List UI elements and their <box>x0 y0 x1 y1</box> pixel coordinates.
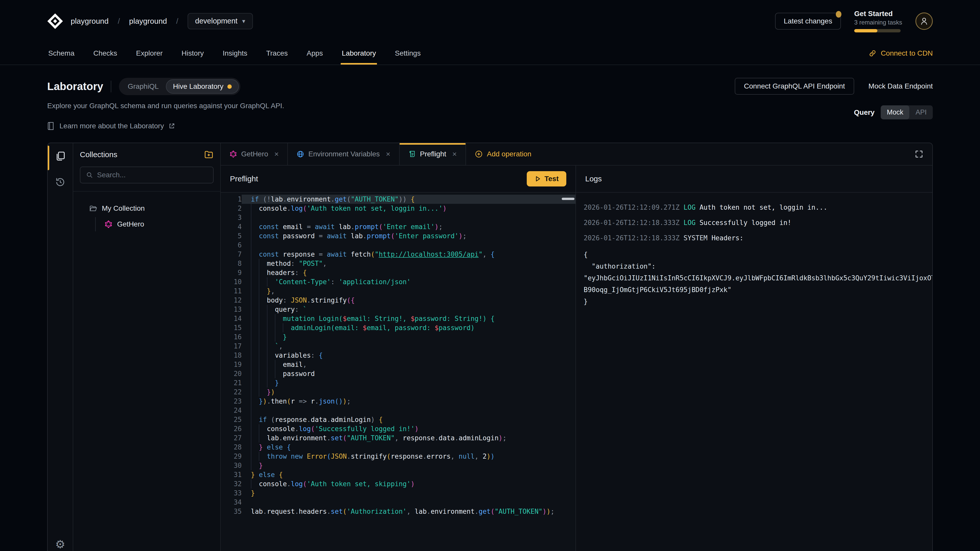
log-json-line: "authorization": <box>584 260 932 272</box>
nav-tab-explorer[interactable]: Explorer <box>135 42 164 65</box>
tab-gethero[interactable]: GetHero × <box>221 143 288 165</box>
code-line[interactable]: 8 method: "POST", <box>221 259 576 268</box>
add-operation-button[interactable]: Add operation <box>466 143 540 165</box>
logs-panel: Logs 2026-01-26T12:12:09.271Z LOG Auth t… <box>576 165 932 551</box>
nav-tab-settings[interactable]: Settings <box>394 42 422 65</box>
nav-tab-history[interactable]: History <box>180 42 205 65</box>
mode-option-mock[interactable]: Mock <box>881 105 910 119</box>
code-editor[interactable]: 1if (!lab.environment.get("AUTH_TOKEN"))… <box>221 192 576 551</box>
mode-option-api[interactable]: API <box>909 105 933 119</box>
toggle-hive-laboratory[interactable]: Hive Laboratory <box>166 79 239 94</box>
indent-guide <box>259 323 259 332</box>
close-tab-icon[interactable]: × <box>274 150 279 159</box>
latest-changes-label: Latest changes <box>784 17 832 25</box>
code-line[interactable]: 25 if (response.data.adminLogin) { <box>221 415 576 424</box>
toggle-hive-label: Hive Laboratory <box>173 83 224 91</box>
indent-guide <box>275 323 275 332</box>
code-line[interactable]: 2 console.log('Auth token not set, loggi… <box>221 204 576 213</box>
line-number: 32 <box>221 479 242 489</box>
code-line[interactable]: 11 }, <box>221 286 576 295</box>
collection-folder-my-collection[interactable]: My Collection <box>80 201 213 216</box>
new-collection-button[interactable] <box>204 150 213 159</box>
code-line[interactable]: 29 throw new Error(JSON.stringify(respon… <box>221 452 576 461</box>
test-button[interactable]: Test <box>527 171 566 186</box>
code-line[interactable]: 30 } <box>221 461 576 470</box>
nav-tab-apps[interactable]: Apps <box>306 42 324 65</box>
user-avatar[interactable] <box>915 13 933 30</box>
mock-data-endpoint-button[interactable]: Mock Data Endpoint <box>869 82 933 90</box>
collections-search-input[interactable] <box>97 171 207 179</box>
collections-rail-button[interactable] <box>55 151 65 162</box>
nav-tab-schema[interactable]: Schema <box>47 42 76 65</box>
line-number: 13 <box>221 305 242 314</box>
code-line[interactable]: 35lab.request.headers.set('Authorization… <box>221 507 576 516</box>
code-line[interactable]: 10 'Content-Type': 'application/json' <box>221 277 576 286</box>
code-line[interactable]: 5 const password = await lab.prompt('Ent… <box>221 231 576 241</box>
fullscreen-button[interactable] <box>906 143 932 165</box>
editor-scrollbar-thumb[interactable] <box>562 198 574 200</box>
line-number: 30 <box>221 461 242 470</box>
code-line[interactable]: 21 } <box>221 378 576 387</box>
settings-gear-button[interactable]: ⚙ <box>48 538 73 551</box>
collections-search[interactable] <box>80 167 213 183</box>
code-line[interactable]: 9 headers: { <box>221 268 576 277</box>
target-selector-dropdown[interactable]: development ▾ <box>188 13 253 29</box>
code-line[interactable]: 1if (!lab.environment.get("AUTH_TOKEN"))… <box>221 195 576 204</box>
lab-ui-toggle: GraphiQL Hive Laboratory <box>119 78 240 95</box>
target-selector-value: development <box>195 17 238 25</box>
breadcrumb-project[interactable]: playground <box>129 17 167 25</box>
get-started-progress-fill <box>854 29 877 32</box>
indent-guide <box>259 378 259 387</box>
code-line[interactable]: 27 lab.environment.set("AUTH_TOKEN", res… <box>221 433 576 443</box>
code-line[interactable]: 33} <box>221 489 576 498</box>
code-line[interactable]: 12 body: JSON.stringify({ <box>221 295 576 305</box>
code-line[interactable]: 6 <box>221 241 576 250</box>
code-line[interactable]: 13 query: ` <box>221 305 576 314</box>
code-line[interactable]: 18 variables: { <box>221 351 576 360</box>
close-tab-icon[interactable]: × <box>386 150 390 159</box>
code-line[interactable]: 22 }) <box>221 387 576 397</box>
connect-to-cdn-link[interactable]: Connect to CDN <box>869 42 933 65</box>
code-line[interactable]: 23 }).then(r => r.json()); <box>221 397 576 406</box>
code-line[interactable]: 34 <box>221 498 576 507</box>
code-line[interactable]: 16 } <box>221 332 576 341</box>
code-line[interactable]: 19 email, <box>221 360 576 369</box>
code-line[interactable]: 32 console.log('Auth token set, skipping… <box>221 479 576 489</box>
toggle-graphiql[interactable]: GraphiQL <box>121 80 165 93</box>
breadcrumb-org[interactable]: playground <box>71 17 108 25</box>
tab-preflight[interactable]: Preflight × <box>400 143 466 165</box>
code-line[interactable]: 14 mutation Login($email: String!, $pass… <box>221 314 576 323</box>
code-line[interactable]: 28 } else { <box>221 443 576 452</box>
gear-icon: ⚙ <box>55 538 65 551</box>
code-line[interactable]: 31} else { <box>221 470 576 479</box>
get-started-widget[interactable]: Get Started 3 remaining tasks <box>854 10 902 32</box>
learn-more-link[interactable]: Learn more about the Laboratory <box>47 122 284 130</box>
code-line[interactable]: 15 adminLogin(email: $email, password: $… <box>221 323 576 332</box>
code-line[interactable]: 7 const response = await fetch("http://l… <box>221 250 576 259</box>
fullscreen-icon <box>915 149 924 159</box>
code-line[interactable]: 26 console.log('Successfully logged in!'… <box>221 424 576 433</box>
nav-tab-checks[interactable]: Checks <box>92 42 118 65</box>
code-line[interactable]: 20 password <box>221 369 576 378</box>
indent-guide <box>259 314 259 323</box>
history-rail-button[interactable] <box>55 177 65 187</box>
nav-tab-insights[interactable]: Insights <box>221 42 248 65</box>
tab-environment-variables[interactable]: Environment Variables × <box>288 143 399 165</box>
collection-item-label: GetHero <box>117 220 144 228</box>
code-line[interactable]: 17 `, <box>221 341 576 351</box>
main-nav: Schema Checks Explorer History Insights … <box>0 42 980 65</box>
latest-changes-button[interactable]: Latest changes <box>775 13 841 30</box>
indent-guide <box>259 295 259 305</box>
close-tab-icon[interactable]: × <box>452 150 457 159</box>
logs-content: 2026-01-26T12:12:09.271Z LOG Auth token … <box>576 192 932 551</box>
connect-graphql-api-endpoint-button[interactable]: Connect GraphQL API Endpoint <box>735 78 854 95</box>
nav-tab-laboratory[interactable]: Laboratory <box>341 42 377 65</box>
collection-item-gethero[interactable]: GetHero <box>104 217 213 231</box>
code-line[interactable]: 24 <box>221 406 576 415</box>
get-started-title: Get Started <box>854 10 902 18</box>
nav-tab-traces[interactable]: Traces <box>265 42 289 65</box>
code-line[interactable]: 4 const email = await lab.prompt('Enter … <box>221 222 576 231</box>
person-icon <box>920 17 929 26</box>
code-line[interactable]: 3 <box>221 213 576 222</box>
hive-logo-icon[interactable] <box>47 13 63 29</box>
